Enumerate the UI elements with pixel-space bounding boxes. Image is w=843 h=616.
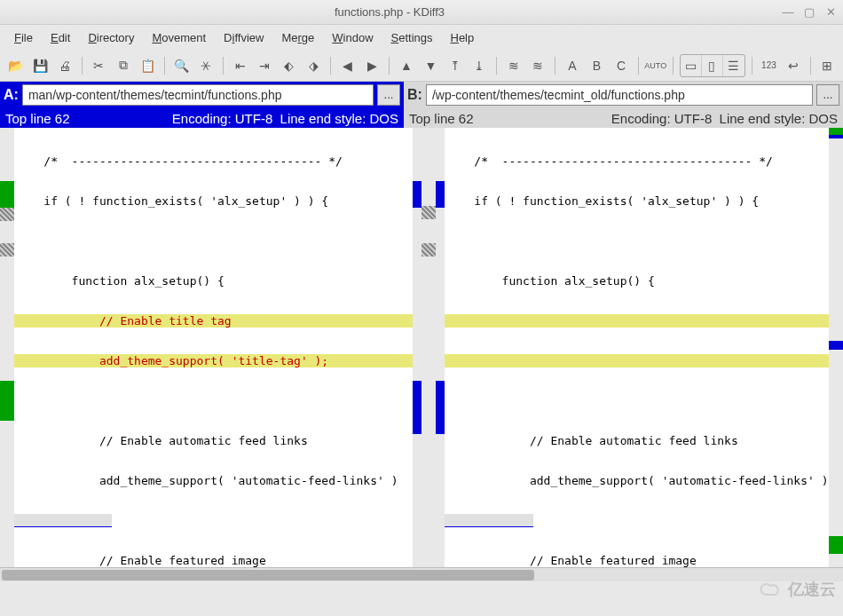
prev-diff-icon[interactable]: ⇤ [230,55,251,76]
toggle-b-icon[interactable]: ≋ [528,55,549,76]
gutter-a-left [0,128,14,567]
goto-icon[interactable]: ⚹ [196,55,217,76]
menu-settings[interactable]: Settings [384,28,440,48]
next-delta-icon[interactable]: ▶ [362,55,383,76]
titlebar: functions.php - KDiff3 — ▢ ✕ [0,0,843,25]
next-diff-icon[interactable]: ⇥ [255,55,276,76]
pane-a-status: Top line 62 Encoding: UTF-8 Line end sty… [0,108,404,128]
pane-a-label: A: [4,87,19,103]
menu-file[interactable]: File [7,28,40,48]
menu-directory[interactable]: Directory [81,28,141,48]
view-mode-group: ▭ ▯ ☰ [680,54,745,77]
maximize-button[interactable]: ▢ [802,5,816,20]
menu-window[interactable]: Window [325,28,380,48]
diff-area: /* ------------------------------------ … [0,128,843,567]
pane-a-header: A: ... [0,82,404,108]
pane-a-lineend: Line end style: DOS [280,111,398,126]
split-triple-icon[interactable]: ☰ [723,55,745,76]
copy-icon[interactable]: ⧉ [113,55,134,76]
word-wrap-icon[interactable]: ↩ [783,55,804,76]
choose-a-icon[interactable]: A [562,55,583,76]
toolbar: 📂 💾 🖨 ✂ ⧉ 📋 🔍 ⚹ ⇤ ⇥ ⬖ ⬗ ◀ ▶ ▲ ▼ ⤒ ⤓ ≋ ≋ … [0,50,843,82]
paste-icon[interactable]: 📋 [138,55,159,76]
cut-icon[interactable]: ✂ [89,55,110,76]
whitespace-icon[interactable]: ⊞ [817,55,839,76]
split-vert-icon[interactable]: ▯ [702,55,723,76]
pane-b-browse-button[interactable]: ... [816,84,839,106]
pane-b-label: B: [407,87,422,103]
pane-b-path-input[interactable] [426,84,813,106]
up-icon[interactable]: ▲ [396,55,417,76]
pane-b-encoding: Encoding: UTF-8 [611,111,712,126]
menu-edit[interactable]: Edit [43,28,77,48]
close-button[interactable]: ✕ [823,5,838,20]
first-icon[interactable]: ⤒ [445,55,466,76]
pane-b-lineend: Line end style: DOS [720,111,838,126]
last-icon[interactable]: ⤓ [469,55,491,76]
choose-c-icon[interactable]: C [611,55,632,76]
code-pane-b[interactable]: /* ------------------------------------ … [445,128,843,567]
split-horiz-icon[interactable]: ▭ [681,55,702,76]
menu-movement[interactable]: Movement [145,28,213,48]
menubar: File Edit Directory Movement Diffview Me… [0,25,843,50]
auto-icon[interactable]: AUTO [645,55,666,76]
menu-diffview[interactable]: Diffview [217,28,271,48]
pane-a-topline: Top line 62 [5,111,70,126]
pane-b-header: B: ... [404,82,843,108]
watermark: 亿速云 [760,579,836,600]
open-icon[interactable]: 📂 [5,55,27,76]
down-icon[interactable]: ▼ [421,55,442,76]
status-row: Top line 62 Encoding: UTF-8 Line end sty… [0,108,843,128]
horizontal-scrollbar[interactable] [0,567,843,581]
pane-a-encoding: Encoding: UTF-8 [172,111,272,126]
overview-ruler[interactable] [829,128,843,567]
scroll-thumb[interactable] [2,570,534,580]
save-icon[interactable]: 💾 [30,55,51,76]
window-title: functions.php - KDiff3 [5,5,774,19]
marker-bar-a [413,128,422,567]
pane-a-browse-button[interactable]: ... [377,84,400,106]
pane-b-status: Top line 62 Encoding: UTF-8 Line end sty… [404,108,843,128]
next-conflict-icon[interactable]: ⬗ [303,55,325,76]
print-icon[interactable]: 🖨 [54,55,75,76]
menu-help[interactable]: Help [444,28,482,48]
gutter-mid [422,128,436,567]
choose-b-icon[interactable]: B [587,55,608,76]
code-pane-a[interactable]: /* ------------------------------------ … [14,128,413,567]
prev-delta-icon[interactable]: ◀ [337,55,358,76]
minimize-button[interactable]: — [781,5,795,20]
pane-a-path-input[interactable] [22,84,374,106]
menu-merge[interactable]: Merge [274,28,321,48]
marker-bar-b [436,128,445,567]
toggle-a-icon[interactable]: ≋ [503,55,524,76]
pane-b-topline: Top line 62 [409,111,474,126]
line-numbers-icon[interactable]: 123 [759,55,780,76]
find-icon[interactable]: 🔍 [171,55,193,76]
prev-conflict-icon[interactable]: ⬖ [279,55,300,76]
panes-header: A: ... B: ... [0,82,843,108]
